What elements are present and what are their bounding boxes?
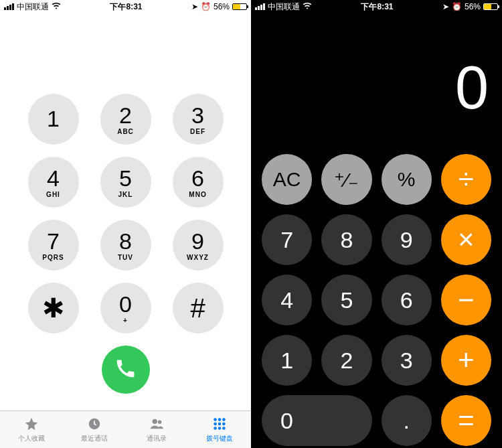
battery-pct: 56% (214, 2, 230, 11)
calc-dot[interactable]: . (382, 395, 432, 446)
wifi-icon (303, 2, 312, 11)
carrier-label: 中国联通 (17, 1, 49, 13)
status-bar: 中国联通 下午8:31 ➤ ⏰ 56% (251, 0, 502, 13)
key-5[interactable]: 5JKL (100, 157, 151, 208)
dial-pad: 1 2ABC 3DEF 4GHI 5JKL 6MNO 7PQRS 8TUV 9W… (0, 94, 251, 394)
key-4[interactable]: 4GHI (28, 157, 79, 208)
calc-0[interactable]: 0 (262, 395, 372, 446)
calculator-app: 中国联通 下午8:31 ➤ ⏰ 56% 0 AC ⁺∕₋ % ÷ 7 8 9 ×… (251, 0, 502, 448)
contacts-icon (148, 417, 165, 433)
key-star[interactable]: ✱ (28, 283, 79, 333)
calc-keypad: AC ⁺∕₋ % ÷ 7 8 9 × 4 5 6 − 1 2 3 + 0 . = (251, 154, 502, 446)
calc-6[interactable]: 6 (382, 275, 432, 325)
svg-point-1 (153, 419, 157, 423)
tab-label: 最近通话 (81, 434, 108, 443)
calc-add[interactable]: + (441, 335, 491, 386)
battery-icon (483, 3, 498, 10)
key-0[interactable]: 0+ (100, 283, 151, 333)
keypad-icon (211, 417, 228, 433)
calc-equals[interactable]: = (441, 395, 491, 446)
battery-pct: 56% (465, 2, 481, 11)
calc-percent[interactable]: % (382, 154, 432, 205)
tab-contacts[interactable]: 通讯录 (126, 411, 189, 448)
tab-label: 通讯录 (147, 434, 167, 443)
clock: 下午8:31 (361, 1, 393, 13)
call-button[interactable] (102, 346, 150, 394)
battery-icon (232, 3, 247, 10)
key-2[interactable]: 2ABC (100, 94, 151, 145)
clock-icon (86, 417, 103, 433)
tab-label: 个人收藏 (18, 434, 45, 443)
svg-point-10 (218, 427, 222, 430)
svg-point-6 (214, 422, 217, 425)
tab-recent[interactable]: 最近通话 (63, 411, 126, 448)
tab-label: 拨号键盘 (206, 434, 233, 443)
svg-point-2 (158, 420, 162, 424)
calc-ac[interactable]: AC (262, 154, 312, 205)
key-7[interactable]: 7PQRS (28, 220, 79, 271)
svg-point-7 (218, 422, 222, 425)
key-6[interactable]: 6MNO (173, 157, 224, 208)
key-3[interactable]: 3DEF (173, 94, 224, 145)
tab-bar: 个人收藏 最近通话 通讯录 拨号键盘 (0, 410, 251, 448)
calc-plusminus[interactable]: ⁺∕₋ (321, 154, 371, 205)
wifi-icon (52, 2, 61, 11)
calc-3[interactable]: 3 (382, 335, 432, 386)
signal-icon (4, 3, 14, 10)
svg-point-9 (214, 427, 217, 430)
svg-point-8 (222, 422, 226, 425)
location-icon: ➤ (191, 2, 198, 11)
calc-8[interactable]: 8 (321, 214, 371, 265)
svg-point-3 (214, 418, 217, 421)
calc-display: 0 (455, 54, 489, 123)
calc-1[interactable]: 1 (262, 335, 312, 386)
signal-icon (255, 3, 265, 10)
clock: 下午8:31 (110, 1, 142, 13)
status-bar: 中国联通 下午8:31 ➤ ⏰ 56% (0, 0, 251, 13)
tab-keypad[interactable]: 拨号键盘 (188, 411, 251, 448)
star-icon (23, 417, 40, 433)
key-9[interactable]: 9WXYZ (173, 220, 224, 271)
location-icon: ➤ (442, 2, 449, 11)
key-1[interactable]: 1 (28, 94, 79, 145)
calc-multiply[interactable]: × (441, 214, 491, 265)
calc-4[interactable]: 4 (262, 275, 312, 325)
phone-app: 中国联通 下午8:31 ➤ ⏰ 56% 1 2ABC 3DEF 4GHI 5JK… (0, 0, 251, 448)
alarm-icon: ⏰ (201, 2, 211, 11)
calc-divide[interactable]: ÷ (441, 154, 491, 205)
tab-favorites[interactable]: 个人收藏 (0, 411, 63, 448)
calc-9[interactable]: 9 (382, 214, 432, 265)
svg-point-4 (218, 418, 222, 421)
phone-icon (115, 358, 137, 382)
svg-point-11 (222, 427, 226, 430)
calc-7[interactable]: 7 (262, 214, 312, 265)
key-8[interactable]: 8TUV (100, 220, 151, 271)
calc-5[interactable]: 5 (321, 275, 371, 325)
alarm-icon: ⏰ (452, 2, 462, 11)
svg-point-5 (222, 418, 226, 421)
key-hash[interactable]: # (173, 283, 224, 333)
calc-2[interactable]: 2 (321, 335, 371, 386)
carrier-label: 中国联通 (268, 1, 300, 13)
calc-subtract[interactable]: − (441, 275, 491, 325)
